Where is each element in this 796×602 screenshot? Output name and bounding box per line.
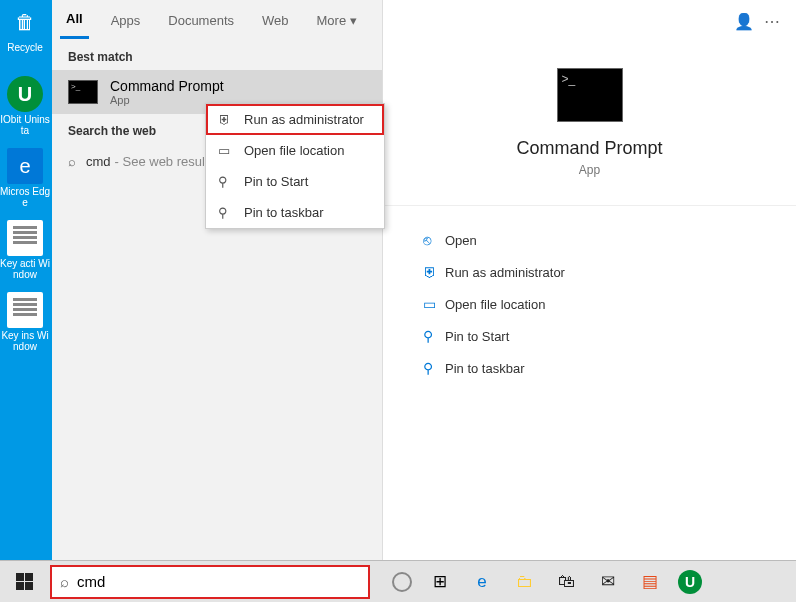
web-result-hint: - See web result: [115, 154, 209, 169]
chevron-down-icon: ▾: [350, 13, 357, 28]
edge-icon[interactable]: e: [468, 568, 496, 596]
tab-more[interactable]: More ▾: [311, 3, 363, 38]
cortana-icon[interactable]: [392, 572, 412, 592]
tab-web[interactable]: Web: [256, 3, 295, 38]
best-match-header: Best match: [52, 40, 382, 70]
details-header: 👤 ⋯: [383, 0, 796, 40]
action-label: Open: [445, 233, 477, 248]
desktop-icon-text-1[interactable]: Key acti Window: [0, 216, 50, 288]
taskbar-icons: ⊞ e 🗀 🛍 ✉ ▤ U: [392, 568, 702, 596]
file-explorer-icon[interactable]: 🗀: [510, 568, 538, 596]
details-actions: ⎋ Open ⛨ Run as administrator ▭ Open fil…: [383, 205, 796, 384]
start-button[interactable]: [0, 561, 48, 603]
open-icon: ⎋: [423, 232, 445, 248]
tab-more-label: More: [317, 13, 347, 28]
best-match-title: Command Prompt: [110, 78, 224, 94]
ctx-label: Open file location: [244, 143, 344, 158]
taskbar: ⌕ cmd ⊞ e 🗀 🛍 ✉ ▤ U: [0, 560, 796, 602]
best-match-text: Command Prompt App: [110, 78, 224, 106]
office-icon[interactable]: ▤: [636, 568, 664, 596]
windows-logo-icon: [16, 573, 33, 590]
user-icon[interactable]: 👤: [734, 12, 754, 31]
shield-icon: ⛨: [218, 112, 236, 127]
app-subtitle: App: [383, 163, 796, 177]
folder-icon: ▭: [218, 143, 236, 158]
desktop-label: Key acti Window: [0, 258, 50, 280]
action-pin-to-start[interactable]: ⚲ Pin to Start: [423, 320, 776, 352]
command-prompt-icon: [68, 80, 98, 104]
desktop-icon-recycle-bin[interactable]: 🗑 Recycle: [0, 0, 50, 72]
tab-apps[interactable]: Apps: [105, 3, 147, 38]
ctx-pin-to-start[interactable]: ⚲ Pin to Start: [206, 166, 384, 197]
desktop-label: Key ins Window: [0, 330, 50, 352]
desktop: 🗑 Recycle U IObit Uninsta e Micros Edge …: [0, 0, 52, 560]
context-menu: ⛨ Run as administrator ▭ Open file locat…: [205, 103, 385, 229]
search-results-panel: All Apps Documents Web More ▾ Best match…: [52, 0, 383, 560]
iobit-icon[interactable]: U: [678, 570, 702, 594]
ctx-label: Run as administrator: [244, 112, 364, 127]
action-label: Pin to taskbar: [445, 361, 525, 376]
text-file-icon: [7, 292, 43, 328]
command-prompt-icon: [557, 68, 623, 122]
tab-all[interactable]: All: [60, 1, 89, 39]
desktop-label: Micros Edge: [0, 186, 50, 208]
taskbar-search-box[interactable]: ⌕ cmd: [50, 565, 370, 599]
search-icon: ⌕: [68, 154, 76, 169]
desktop-label: IObit Uninsta: [0, 114, 50, 136]
action-open-file-location[interactable]: ▭ Open file location: [423, 288, 776, 320]
pin-icon: ⚲: [218, 174, 236, 189]
action-pin-to-taskbar[interactable]: ⚲ Pin to taskbar: [423, 352, 776, 384]
action-label: Open file location: [445, 297, 545, 312]
action-label: Pin to Start: [445, 329, 509, 344]
folder-icon: ▭: [423, 296, 445, 312]
pin-icon: ⚲: [423, 328, 445, 344]
task-view-icon[interactable]: ⊞: [426, 568, 454, 596]
more-options-icon[interactable]: ⋯: [764, 12, 780, 31]
desktop-icon-edge[interactable]: e Micros Edge: [0, 144, 50, 216]
action-label: Run as administrator: [445, 265, 565, 280]
ctx-pin-to-taskbar[interactable]: ⚲ Pin to taskbar: [206, 197, 384, 228]
mail-icon[interactable]: ✉: [594, 568, 622, 596]
app-preview: Command Prompt App: [383, 40, 796, 187]
details-pane: 👤 ⋯ Command Prompt App ⎋ Open ⛨ Run as a…: [383, 0, 796, 560]
shield-icon: ⛨: [423, 264, 445, 280]
web-result-query: cmd: [86, 154, 111, 169]
desktop-icon-text-2[interactable]: Key ins Window: [0, 288, 50, 360]
text-file-icon: [7, 220, 43, 256]
edge-icon: e: [7, 148, 43, 184]
search-icon: ⌕: [60, 573, 69, 590]
ctx-open-file-location[interactable]: ▭ Open file location: [206, 135, 384, 166]
store-icon[interactable]: 🛍: [552, 568, 580, 596]
search-tabs: All Apps Documents Web More ▾: [52, 0, 382, 40]
desktop-label: Recycle: [0, 42, 50, 53]
app-title: Command Prompt: [383, 138, 796, 159]
search-input-value: cmd: [77, 573, 105, 590]
recycle-bin-icon: 🗑: [7, 4, 43, 40]
ctx-run-as-admin[interactable]: ⛨ Run as administrator: [206, 104, 384, 135]
desktop-icon-iobit[interactable]: U IObit Uninsta: [0, 72, 50, 144]
iobit-icon: U: [7, 76, 43, 112]
pin-icon: ⚲: [218, 205, 236, 220]
ctx-label: Pin to Start: [244, 174, 308, 189]
pin-icon: ⚲: [423, 360, 445, 376]
action-run-as-admin[interactable]: ⛨ Run as administrator: [423, 256, 776, 288]
ctx-label: Pin to taskbar: [244, 205, 324, 220]
action-open[interactable]: ⎋ Open: [423, 224, 776, 256]
tab-documents[interactable]: Documents: [162, 3, 240, 38]
